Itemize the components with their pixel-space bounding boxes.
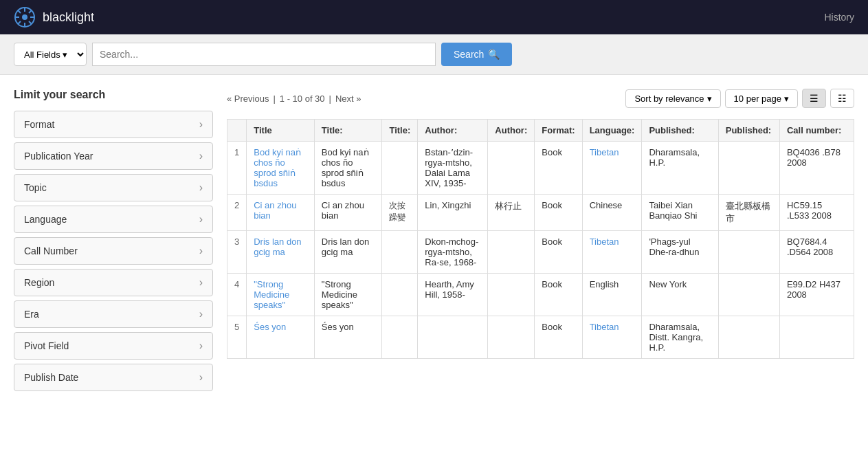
row-author2 [488, 231, 535, 274]
row-format: Book [535, 142, 582, 195]
sidebar-item-publication-year[interactable]: Publication Year › [14, 142, 213, 170]
search-button[interactable]: Search 🔍 [441, 43, 512, 66]
result-title-link[interactable]: Śes yon [254, 322, 286, 332]
row-title-link-cell: Śes yon [247, 316, 315, 359]
row-call-number: BQ7684.4 .D564 2008 [779, 231, 854, 274]
sidebar-item-topic[interactable]: Topic › [14, 174, 213, 201]
row-title3 [382, 274, 418, 316]
row-author1: Lin, Xingzhi [418, 195, 488, 231]
table-header-row: Title Title: Title: Author: Author: Form… [227, 120, 854, 142]
col-author1: Author: [418, 120, 488, 142]
row-published2: 臺北縣板橋市 [718, 195, 779, 231]
history-link[interactable]: History [824, 12, 854, 23]
sidebar-item-label-pub-year: Publication Year [24, 151, 93, 162]
sidebar-item-label-era: Era [24, 309, 39, 320]
row-call-number: HC59.15 .L533 2008 [779, 195, 854, 231]
logo-text: blacklight [43, 10, 94, 25]
results-toolbar: « Previous | 1 - 10 of 30 | Next » Sort … [227, 89, 854, 108]
sidebar-item-pivot-field[interactable]: Pivot Field › [14, 332, 213, 360]
pagination-separator: | [273, 94, 275, 104]
row-call-number [779, 316, 854, 359]
row-published2 [718, 142, 779, 195]
col-published1: Published: [642, 120, 718, 142]
app-header: blacklight History [0, 0, 868, 34]
sort-label: Sort by relevance [634, 94, 704, 104]
result-title-link[interactable]: Dris lan don gcig ma [254, 236, 301, 257]
col-author2: Author: [488, 120, 535, 142]
chevron-right-icon: › [199, 118, 203, 131]
row-language: Tibetan [582, 231, 642, 274]
results-table: Title Title: Title: Author: Author: Form… [227, 119, 854, 359]
row-author2 [488, 142, 535, 195]
chevron-right-icon: › [199, 371, 203, 384]
sidebar-item-label-format: Format [24, 119, 54, 130]
dropdown-arrow-icon: ▾ [707, 94, 712, 104]
row-format: Book [535, 316, 582, 359]
chevron-right-icon: › [199, 150, 203, 162]
results-area: « Previous | 1 - 10 of 30 | Next » Sort … [227, 89, 854, 395]
table-row: 1 Bod kyi naṅ chos ño sprod sñiṅ bsdus B… [227, 142, 854, 195]
row-num: 1 [227, 142, 247, 195]
sidebar-item-era[interactable]: Era › [14, 300, 213, 328]
row-title-link-cell: Bod kyi naṅ chos ño sprod sñiṅ bsdus [247, 142, 315, 195]
row-title3: 次按躁變 [382, 195, 418, 231]
row-num: 5 [227, 316, 247, 359]
result-title-link[interactable]: Ci an zhou bian [254, 200, 296, 221]
list-view-button[interactable]: ☰ [802, 89, 826, 108]
list-icon: ☰ [810, 93, 819, 104]
row-author2 [488, 316, 535, 359]
sidebar-item-label-pivot: Pivot Field [24, 340, 69, 351]
dropdown-arrow-icon2: ▾ [784, 94, 789, 104]
per-page-dropdown[interactable]: 10 per page ▾ [725, 89, 798, 108]
result-title-link[interactable]: Bod kyi naṅ chos ño sprod sñiṅ bsdus [254, 147, 301, 188]
col-format: Format: [535, 120, 582, 142]
table-row: 4 "Strong Medicine speaks" "Strong Medic… [227, 274, 854, 316]
sidebar: Limit your search Format › Publication Y… [14, 89, 213, 395]
row-title3 [382, 142, 418, 195]
sidebar-item-label-region: Region [24, 277, 54, 288]
search-input[interactable] [92, 43, 436, 66]
sort-dropdown[interactable]: Sort by relevance ▾ [625, 89, 720, 108]
sidebar-item-label-language: Language [24, 214, 67, 225]
row-num: 4 [227, 274, 247, 316]
sidebar-title: Limit your search [14, 89, 213, 101]
row-title-link-cell: Ci an zhou bian [247, 195, 315, 231]
row-published1: New York [642, 274, 718, 316]
svg-line-8 [18, 21, 21, 24]
logo-container: blacklight [14, 6, 94, 28]
row-published2 [718, 231, 779, 274]
result-title-link[interactable]: "Strong Medicine speaks" [254, 279, 289, 310]
chevron-right-icon: › [199, 245, 203, 257]
sidebar-item-language[interactable]: Language › [14, 206, 213, 233]
col-title3: Title: [382, 120, 418, 142]
row-language: Chinese [582, 195, 642, 231]
sidebar-item-format[interactable]: Format › [14, 111, 213, 138]
header-nav: History [824, 12, 854, 23]
next-link[interactable]: Next » [335, 94, 361, 104]
col-published2: Published: [718, 120, 779, 142]
col-title: Title [247, 120, 315, 142]
search-field-select[interactable]: All Fields ▾ Title Author Subject ISBN [14, 43, 87, 66]
per-page-label: 10 per page [734, 94, 781, 104]
sidebar-item-call-number[interactable]: Call Number › [14, 237, 213, 265]
row-call-number: BQ4036 .B78 2008 [779, 142, 854, 195]
row-title3 [382, 316, 418, 359]
sidebar-item-label-call-number: Call Number [24, 245, 78, 256]
main-layout: Limit your search Format › Publication Y… [0, 75, 868, 409]
sidebar-item-region[interactable]: Region › [14, 269, 213, 296]
sidebar-item-publish-date[interactable]: Publish Date › [14, 364, 213, 391]
chevron-right-icon: › [199, 340, 203, 352]
row-author1 [418, 316, 488, 359]
col-num [227, 120, 247, 142]
sidebar-item-label-publish-date: Publish Date [24, 372, 78, 383]
grid-view-button[interactable]: ☷ [830, 89, 854, 108]
row-title-link-cell: Dris lan don gcig ma [247, 231, 315, 274]
row-language: Tibetan [582, 142, 642, 195]
table-row: 5 Śes yon Śes yon Book Tibetan Dharamsal… [227, 316, 854, 359]
row-title2: Śes yon [314, 316, 382, 359]
previous-link[interactable]: « Previous [227, 94, 269, 104]
search-button-label: Search [454, 49, 484, 60]
svg-line-5 [18, 10, 21, 13]
col-language: Language: [582, 120, 642, 142]
row-call-number: E99.D2 H437 2008 [779, 274, 854, 316]
